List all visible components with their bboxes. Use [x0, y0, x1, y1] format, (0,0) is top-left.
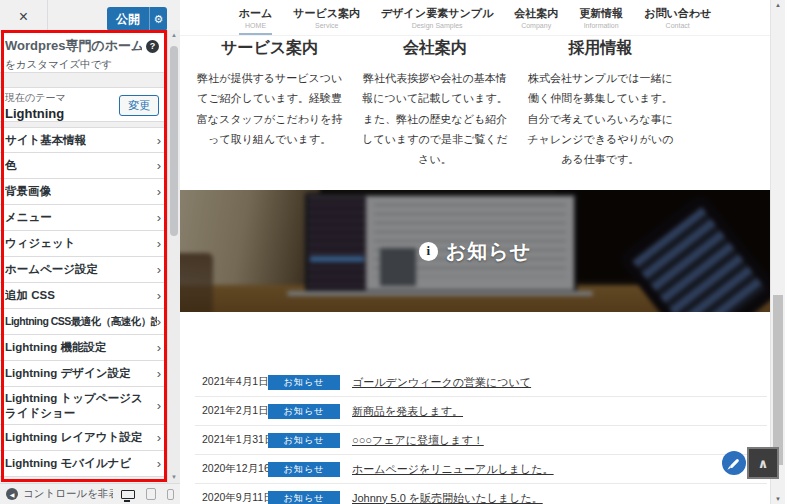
site-navigation: ホーム HOME サービス案内 Service デザイン要素サンプル Desig…: [180, 0, 770, 36]
chevron-right-icon: ›: [157, 398, 161, 413]
preview-scrollbar[interactable]: ▲ ▼: [770, 0, 785, 504]
news-row[interactable]: 2020年9月11日 お知らせ Johnny 5.0 を販売開始いたしました。: [195, 484, 767, 504]
news-category-badge[interactable]: お知らせ: [268, 433, 340, 448]
page-top-button[interactable]: ∧: [747, 447, 779, 479]
sidebar-item-lightning-design[interactable]: Lightning デザイン設定 ›: [0, 361, 167, 387]
chevron-right-icon: ›: [157, 133, 161, 148]
nav-item-home[interactable]: ホーム HOME: [239, 6, 273, 35]
sidebar-item-menus[interactable]: メニュー ›: [0, 205, 167, 231]
sidebar-item-label: ウィジェット: [5, 236, 76, 251]
collapse-controls-icon[interactable]: ◀: [6, 488, 18, 500]
nav-item-company[interactable]: 会社案内 Company: [514, 6, 558, 35]
chevron-right-icon: ›: [157, 288, 161, 303]
sidebar-item-lightning-css-optimize[interactable]: Lightning CSS最適化（高速化）設定 ›: [0, 309, 167, 335]
news-category-badge[interactable]: お知らせ: [268, 491, 340, 504]
nav-item-contact[interactable]: お問い合わせ Contact: [644, 6, 711, 35]
news-row[interactable]: 2021年1月31日 お知らせ ○○○フェアに登壇します！: [195, 426, 767, 455]
news-category-badge[interactable]: お知らせ: [268, 404, 340, 419]
news-title-link[interactable]: 新商品を発表します。: [352, 404, 463, 419]
hero-caption: i お知らせ: [180, 190, 770, 312]
help-icon[interactable]: ?: [146, 40, 159, 53]
sidebar-item-widgets[interactable]: ウィジェット ›: [0, 231, 167, 257]
sidebar-item-label: Lightning モバイルナビ: [5, 456, 131, 471]
chevron-right-icon: ›: [157, 456, 161, 471]
tablet-preview-button[interactable]: [146, 488, 156, 500]
change-theme-button[interactable]: 変更: [119, 95, 159, 116]
column-recruit: 採用情報 株式会社サンプルでは一緒に働く仲間を募集しています。自分で考えていろい…: [526, 38, 675, 170]
sidebar-item-label: Lightning レイアウト設定: [5, 430, 142, 445]
news-date: 2021年4月1日: [202, 375, 268, 389]
nav-label-en: Service: [293, 22, 360, 29]
news-title-link[interactable]: ホームページをリニューアルしました。: [352, 462, 554, 477]
column-service: サービス案内 弊社が提供するサービスついてご紹介しています。経験豊富なスタッフが…: [195, 38, 344, 170]
nav-label-en: Contact: [644, 22, 711, 29]
scroll-up-icon[interactable]: ▲: [168, 32, 180, 38]
scroll-up-icon[interactable]: ▲: [771, 2, 785, 8]
close-button[interactable]: ×: [0, 0, 48, 33]
sidebar-item-lightning-mobile-nav[interactable]: Lightning モバイルナビ ›: [0, 451, 167, 477]
sidebar-item-lightning-slideshow[interactable]: Lightning トップページスライドショー ›: [0, 387, 167, 425]
sidebar-item-colors[interactable]: 色 ›: [0, 153, 167, 179]
chevron-right-icon: ›: [157, 184, 161, 199]
nav-item-information[interactable]: 更新情報 Information: [579, 6, 623, 35]
news-title-link[interactable]: ゴールデンウィークの営業について: [352, 375, 531, 390]
sidebar-item-label: ホームページ設定: [5, 262, 98, 277]
close-icon: ×: [19, 8, 28, 26]
sidebar-item-label: Lightning トップページスライドショー: [5, 391, 147, 420]
column-body: 株式会社サンプルでは一緒に働く仲間を募集しています。自分で考えていろいろな事にチ…: [526, 68, 675, 170]
news-date: 2021年1月31日: [202, 433, 268, 447]
nav-label-jp: ホーム: [239, 6, 273, 21]
chevron-right-icon: ›: [157, 236, 161, 251]
sidebar-item-additional-css[interactable]: 追加 CSS ›: [0, 283, 167, 309]
sidebar-item-homepage-settings[interactable]: ホームページ設定 ›: [0, 257, 167, 283]
sidebar-item-label: 色: [5, 158, 17, 173]
news-category-badge[interactable]: お知らせ: [268, 375, 340, 390]
publish-group: 公開 ⚙: [107, 7, 167, 31]
news-category-badge[interactable]: お知らせ: [268, 462, 340, 477]
sidebar-item-lightning-function[interactable]: Lightning 機能設定 ›: [0, 335, 167, 361]
chevron-right-icon: ›: [157, 430, 161, 445]
news-title-link[interactable]: ○○○フェアに登壇します！: [352, 433, 484, 448]
sidebar-item-site-info[interactable]: サイト基本情報 ›: [0, 127, 167, 153]
chevron-right-icon: ›: [157, 366, 161, 381]
site-preview: ホーム HOME サービス案内 Service デザイン要素サンプル Desig…: [180, 0, 785, 504]
column-title: 採用情報: [526, 38, 675, 59]
scroll-down-icon[interactable]: ▼: [771, 496, 785, 502]
nav-label-en: HOME: [239, 22, 273, 29]
customizer-sidebar: × 公開 ⚙ Wordpres専門のホーム… ? をカスタマイズ中です 現在のテ…: [0, 0, 180, 504]
customizer-menu: サイト基本情報 › 色 › 背景画像 › メニュー › ウィジェット › ホーム…: [0, 127, 167, 477]
sidebar-scrollbar[interactable]: ▲ ▼: [167, 30, 180, 483]
news-title-link[interactable]: Johnny 5.0 を販売開始いたしました。: [352, 491, 543, 504]
nav-item-design-samples[interactable]: デザイン要素サンプル Design Samples: [381, 6, 493, 35]
customizer-header: × 公開 ⚙: [0, 0, 180, 33]
sidebar-item-label: Lightning デザイン設定: [5, 366, 131, 381]
current-theme-section: 現在のテーマ Lightning 変更: [0, 87, 167, 122]
edit-shortcut-button[interactable]: [722, 451, 746, 475]
news-row[interactable]: 2021年4月1日 お知らせ ゴールデンウィークの営業について: [195, 368, 767, 397]
chevron-right-icon: ›: [157, 314, 161, 329]
news-row[interactable]: 2021年2月1日 お知らせ 新商品を発表します。: [195, 397, 767, 426]
nav-label-en: Information: [579, 22, 623, 29]
chevron-up-icon: ∧: [758, 456, 769, 471]
customizer-footer: ◀ コントロールを非表示: [0, 483, 180, 504]
sidebar-item-background-image[interactable]: 背景画像 ›: [0, 179, 167, 205]
collapse-controls-label[interactable]: コントロールを非表示: [23, 487, 113, 501]
chevron-right-icon: ›: [157, 340, 161, 355]
sidebar-item-label: サイト基本情報: [5, 133, 86, 148]
panel-title: Wordpres専門のホーム…: [5, 37, 142, 55]
scroll-down-icon[interactable]: ▼: [168, 474, 180, 480]
chevron-right-icon: ›: [157, 158, 161, 173]
phone-icon: [167, 489, 174, 500]
news-row[interactable]: 2020年12月16日 お知らせ ホームページをリニューアルしました。: [195, 455, 767, 484]
nav-label-jp: サービス案内: [293, 6, 360, 21]
publish-button[interactable]: 公開: [107, 7, 149, 31]
scrollbar-thumb[interactable]: [773, 295, 783, 465]
nav-label-en: Design Samples: [381, 22, 493, 29]
chevron-right-icon: ›: [157, 210, 161, 225]
nav-item-service[interactable]: サービス案内 Service: [293, 6, 360, 35]
sidebar-item-lightning-layout[interactable]: Lightning レイアウト設定 ›: [0, 425, 167, 451]
scrollbar-thumb[interactable]: [170, 46, 178, 236]
gear-icon[interactable]: ⚙: [149, 7, 167, 31]
desktop-preview-button[interactable]: [121, 490, 135, 499]
mobile-preview-button[interactable]: [167, 489, 174, 500]
